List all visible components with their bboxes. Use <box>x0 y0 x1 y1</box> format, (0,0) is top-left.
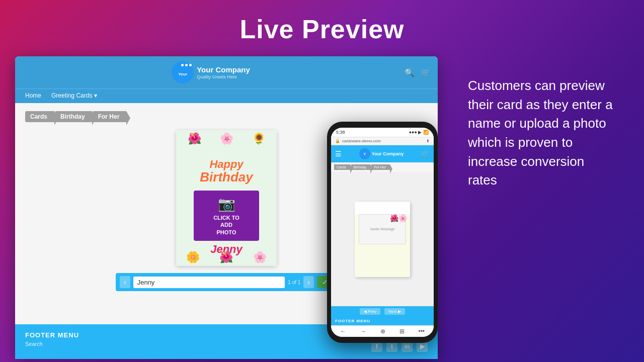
card-photo-placeholder[interactable]: 📷 CLICK TOADDPHOTO <box>194 191 259 241</box>
phone-status-bar: 5:38 ●●● ▶ 📶 <box>331 128 434 137</box>
right-panel: Customers can preview their card as they… <box>438 66 629 200</box>
next-button[interactable]: › <box>303 276 314 288</box>
phone-bc-for-her[interactable]: For Her <box>371 164 390 170</box>
greeting-card: 🌺 🌸 🌻 Happy Birthday 📷 CLICK TOADDPHOTO <box>176 130 277 266</box>
phone-mockup: 5:38 ●●● ▶ 📶 🔒 cardzware-demo.com ⬆ ☰ Y … <box>327 122 438 343</box>
phone-card-inner: 🌺🌸 Inside Message Your Name 🌼🌺 <box>355 214 410 277</box>
dot3 <box>189 64 192 66</box>
flower5: 🌺 <box>219 251 233 264</box>
forward-icon[interactable]: → <box>360 328 366 335</box>
reload-icon[interactable]: ⊕ <box>380 328 385 335</box>
phone-card-area: 🌺🌸 Inside Message Your Name 🌼🌺 <box>331 172 434 306</box>
phone-nav-bar: ◀ Prev Next ▶ <box>331 306 434 317</box>
phone-logo: Y Your Company <box>359 148 404 159</box>
phone-breadcrumb: Cards Birthday For Her <box>331 162 434 172</box>
input-bar: ‹ 1 of 1 › ✓ <box>116 273 337 291</box>
phone-prev-btn[interactable]: ◀ Prev <box>360 308 380 315</box>
description-text: Customers can preview their card as they… <box>468 76 614 190</box>
photo-label: CLICK TOADDPHOTO <box>213 214 239 236</box>
flower2: 🌸 <box>220 132 233 145</box>
company-name-area: Your Company Quality Greets Here <box>197 65 250 79</box>
breadcrumb-for-her[interactable]: For Her <box>93 111 127 122</box>
main-content: Your Your Company Quality Greets Here 🔍 … <box>0 56 644 359</box>
phone-footer-bar: FOOTER MENU <box>331 317 434 325</box>
search-icon[interactable]: 🔍 <box>405 68 415 77</box>
phone-footer-text: FOOTER MENU <box>335 319 430 323</box>
browser-icons: 🔍 🛒 <box>405 68 431 77</box>
breadcrumb-birthday[interactable]: Birthday <box>55 111 92 122</box>
card-text-birthday: Birthday <box>176 169 277 185</box>
phone-bc-birthday[interactable]: Birthday <box>351 164 371 170</box>
camera-icon: 📷 <box>218 196 235 212</box>
browser-logo-area: Your Your Company Quality Greets Here <box>22 61 399 83</box>
flower4: 🌼 <box>186 251 200 264</box>
dot2 <box>185 64 188 66</box>
breadcrumb: Cards Birthday For Her <box>25 111 428 122</box>
lock-icon: 🔒 <box>335 139 340 143</box>
browser-mockup: Your Your Company Quality Greets Here 🔍 … <box>15 56 438 359</box>
dot1 <box>181 64 184 66</box>
cart-icon[interactable]: 🛒 <box>421 68 431 77</box>
nav-greeting-cards[interactable]: Greeting Cards ▾ <box>51 92 97 99</box>
phone-logo-circle: Y <box>359 148 370 159</box>
phone-bottom-bar: ← → ⊕ ⊞ ••• <box>331 325 434 337</box>
phone-company-name: Your Company <box>372 151 404 156</box>
phone-url[interactable]: cardzware-demo.com <box>342 139 381 143</box>
more-icon[interactable]: ••• <box>418 328 425 335</box>
card-inner: 🌺 🌸 🌻 Happy Birthday 📷 CLICK TOADDPHOTO <box>176 130 277 266</box>
phone-address-bar: 🔒 cardzware-demo.com ⬆ <box>331 137 434 145</box>
phone-floral-top: 🌺🌸 <box>390 214 410 239</box>
company-tagline: Quality Greets Here <box>197 74 250 79</box>
company-name: Your Company <box>197 65 250 74</box>
browser-toolbar: Your Your Company Quality Greets Here 🔍 … <box>15 56 438 88</box>
company-logo: Your <box>172 61 194 83</box>
phone-header: ☰ Y Your Company 🛒 <box>331 145 434 162</box>
flower3: 🌻 <box>252 132 266 145</box>
phone-screen: 5:38 ●●● ▶ 📶 🔒 cardzware-demo.com ⬆ ☰ Y … <box>331 128 434 337</box>
floral-bottom: 🌼 🌺 🌸 <box>176 241 277 266</box>
phone-greeting-card: 🌺🌸 Inside Message Your Name 🌼🌺 <box>355 202 410 277</box>
phone-time: 5:38 <box>336 130 345 135</box>
phone-menu-icon[interactable]: ☰ <box>335 150 342 158</box>
page-title: Live Preview <box>239 14 404 44</box>
footer-search[interactable]: Search <box>25 341 79 347</box>
input-counter: 1 of 1 <box>288 280 300 285</box>
nav-home[interactable]: Home <box>25 92 41 99</box>
prev-button[interactable]: ‹ <box>120 276 130 288</box>
flower1: 🌺 <box>188 132 201 145</box>
breadcrumb-cards[interactable]: Cards <box>25 111 54 122</box>
logo-text: Your <box>178 72 187 76</box>
nav-home-label: Home <box>25 92 41 99</box>
logo-dots <box>181 64 192 66</box>
footer-title-1: FOOTER MENU <box>25 331 79 339</box>
browser-nav: Home Greeting Cards ▾ <box>15 88 438 103</box>
nav-greeting-cards-label: Greeting Cards ▾ <box>51 92 97 99</box>
flower6: 🌸 <box>253 251 267 264</box>
phone-cart-icon[interactable]: 🛒 <box>421 150 430 158</box>
share-icon[interactable]: ⬆ <box>426 139 430 143</box>
footer-col-1: FOOTER MENU Search <box>25 331 79 352</box>
phone-bc-cards[interactable]: Cards <box>334 164 350 170</box>
back-icon[interactable]: ← <box>340 328 346 335</box>
name-input[interactable] <box>133 277 285 288</box>
tabs-icon[interactable]: ⊞ <box>399 328 405 335</box>
phone-next-btn[interactable]: Next ▶ <box>384 308 405 315</box>
phone-signal: ●●● ▶ 📶 <box>409 130 429 135</box>
